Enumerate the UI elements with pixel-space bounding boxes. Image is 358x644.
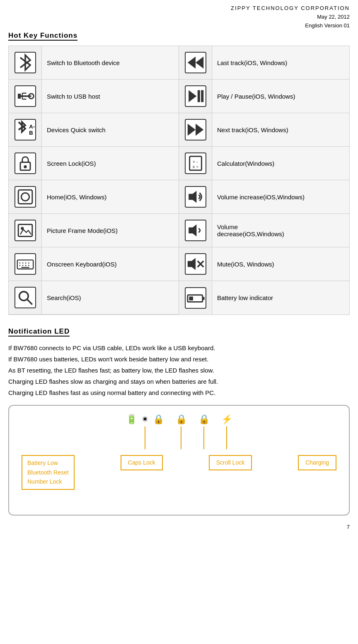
date: May 22, 2012 bbox=[8, 13, 350, 22]
svg-point-22 bbox=[21, 227, 24, 230]
led-group-3: 🔒 bbox=[198, 414, 210, 451]
notification-line: If BW7680 connects to PC via USB cable, … bbox=[8, 342, 350, 353]
notification-title: Notification LED bbox=[8, 327, 70, 337]
svg-marker-11 bbox=[187, 124, 195, 136]
bluetooth-label: Switch to Bluetooth device bbox=[42, 56, 179, 70]
picture-frame-label: Picture Frame Mode(iOS) bbox=[42, 224, 179, 237]
next-track-label: Next track(iOS, Windows) bbox=[212, 123, 349, 137]
keyboard-icon bbox=[9, 247, 42, 281]
led-label-group1: Battery Low Bluetooth Reset Number Lock bbox=[22, 455, 75, 489]
lock3-led-icon: 🔒 bbox=[198, 414, 210, 425]
hotkey-grid: Switch to Bluetooth device Last track(iO… bbox=[8, 46, 350, 315]
calculator-label: Calculator(Windows) bbox=[212, 157, 349, 170]
charging-led-icon: ⚡ bbox=[221, 414, 232, 425]
lock1-led-icon: 🔒 bbox=[153, 414, 164, 425]
led-group-1: 🔋 ✴ 🔒 bbox=[126, 414, 164, 451]
page-number: 7 bbox=[8, 524, 350, 530]
home-icon bbox=[9, 180, 42, 213]
hotkey-row: Screen Lock(iOS) bbox=[9, 147, 179, 180]
svg-line-38 bbox=[27, 299, 32, 305]
hotkey-row: Switch to Bluetooth device bbox=[9, 46, 179, 80]
battery-low-icon bbox=[179, 281, 212, 315]
hotkey-row: A-B Devices Quick switch bbox=[9, 113, 179, 147]
search-label: Search(iOS) bbox=[42, 291, 179, 305]
svg-rect-21 bbox=[18, 225, 32, 237]
bt-ab-icon: A-B bbox=[9, 113, 42, 146]
battery-led-icon: 🔋 bbox=[126, 414, 137, 425]
hot-key-section: Hot Key Functions Switch to Bluetooth de… bbox=[8, 31, 350, 315]
company-name: ZIPPY TECHNOLOGY CORPORATION bbox=[8, 4, 350, 13]
fast-forward-icon bbox=[179, 113, 212, 146]
hotkey-row: Last track(iOS, Windows) bbox=[179, 46, 349, 80]
rewind-icon bbox=[179, 46, 212, 79]
lock2-led-icon: 🔒 bbox=[176, 414, 187, 425]
devices-quick-switch-label: Devices Quick switch bbox=[42, 123, 179, 137]
vol-up-icon bbox=[179, 180, 212, 213]
picture-frame-icon bbox=[9, 214, 42, 247]
usb-icon bbox=[9, 80, 42, 113]
svg-marker-8 bbox=[189, 90, 196, 102]
hotkey-row: Switch to USB host bbox=[9, 80, 179, 113]
notification-line: Charging LED flashes fast as using norma… bbox=[8, 387, 350, 398]
usb-label: Switch to USB host bbox=[42, 90, 179, 103]
keyboard-label: Onscreen Keyboard(iOS) bbox=[42, 257, 179, 271]
rewind-label: Last track(iOS, Windows) bbox=[212, 56, 349, 70]
hotkey-row: + - x ÷ Calculator(Windows) bbox=[179, 147, 349, 180]
svg-rect-41 bbox=[189, 296, 193, 300]
led-group-2: 🔒 bbox=[176, 414, 187, 451]
svg-marker-12 bbox=[196, 124, 203, 136]
header-right: ZIPPY TECHNOLOGY CORPORATION May 22, 201… bbox=[8, 4, 350, 30]
hotkey-row: Search(iOS) bbox=[9, 281, 179, 315]
hotkey-row: Mute(iOS, Windows) bbox=[179, 247, 349, 281]
calculator-icon: + - x ÷ bbox=[179, 147, 212, 180]
led-group-4: ⚡ bbox=[221, 414, 232, 451]
mute-icon bbox=[179, 247, 212, 281]
home-label: Home(iOS, Windows) bbox=[42, 190, 179, 204]
bt-led-icon: ✴ bbox=[141, 414, 149, 425]
svg-text:+ -: + - bbox=[192, 159, 198, 164]
svg-point-14 bbox=[24, 165, 27, 168]
bluetooth-icon bbox=[9, 46, 42, 79]
play-pause-label: Play / Pause(iOS, Windows) bbox=[212, 90, 349, 103]
led-label-group3: Scroll Lock bbox=[209, 455, 252, 470]
svg-marker-1 bbox=[196, 57, 203, 69]
svg-marker-20 bbox=[189, 191, 196, 203]
svg-rect-18 bbox=[18, 190, 32, 204]
hotkey-row: Onscreen Keyboard(iOS) bbox=[9, 247, 179, 281]
hotkey-row: Volume decrease(iOS,Windows) bbox=[179, 214, 349, 247]
svg-marker-23 bbox=[189, 225, 196, 237]
svg-rect-9 bbox=[197, 90, 200, 102]
notification-line: Charging LED flashes slow as charging an… bbox=[8, 376, 350, 387]
hot-key-title: Hot Key Functions bbox=[8, 31, 77, 41]
vol-down-icon bbox=[179, 214, 212, 247]
version: English Version 01 bbox=[8, 22, 350, 30]
hotkey-row: Volume increase(iOS,Windows) bbox=[179, 180, 349, 214]
svg-rect-10 bbox=[201, 90, 203, 102]
svg-marker-34 bbox=[187, 258, 195, 270]
vol-down-label: Volume decrease(iOS,Windows) bbox=[212, 220, 349, 241]
hotkey-row: Play / Pause(iOS, Windows) bbox=[179, 80, 349, 113]
notification-text: If BW7680 connects to PC via USB cable, … bbox=[8, 342, 350, 398]
mute-label: Mute(iOS, Windows) bbox=[212, 257, 349, 271]
search-icon bbox=[9, 281, 42, 314]
svg-marker-0 bbox=[187, 57, 195, 69]
screen-lock-icon bbox=[9, 147, 42, 180]
svg-rect-4 bbox=[18, 94, 21, 99]
led-diagram: 🔋 ✴ 🔒 🔒 🔒 bbox=[8, 405, 350, 515]
battery-low-label: Battery low indicator bbox=[212, 291, 349, 305]
svg-rect-40 bbox=[202, 297, 204, 300]
hotkey-row: Battery low indicator bbox=[179, 281, 349, 315]
hotkey-row: Home(iOS, Windows) bbox=[9, 180, 179, 214]
notification-line: As BT resetting, the LED flashes fast; a… bbox=[8, 365, 350, 376]
screen-lock-label: Screen Lock(iOS) bbox=[42, 157, 179, 170]
vol-up-label: Volume increase(iOS,Windows) bbox=[212, 190, 349, 204]
led-label-group4: Charging bbox=[298, 455, 336, 470]
led-label-group2: Caps Lock bbox=[121, 455, 163, 470]
svg-rect-19 bbox=[21, 193, 29, 201]
notification-line: If BW7680 uses batteries, LEDs won't wor… bbox=[8, 353, 350, 365]
led-icons-row: 🔋 ✴ 🔒 🔒 🔒 bbox=[17, 414, 341, 451]
play-pause-icon bbox=[179, 80, 212, 113]
notification-section: Notification LED If BW7680 connects to P… bbox=[8, 327, 350, 515]
hotkey-row: Picture Frame Mode(iOS) bbox=[9, 214, 179, 247]
svg-text:x ÷: x ÷ bbox=[192, 164, 198, 169]
